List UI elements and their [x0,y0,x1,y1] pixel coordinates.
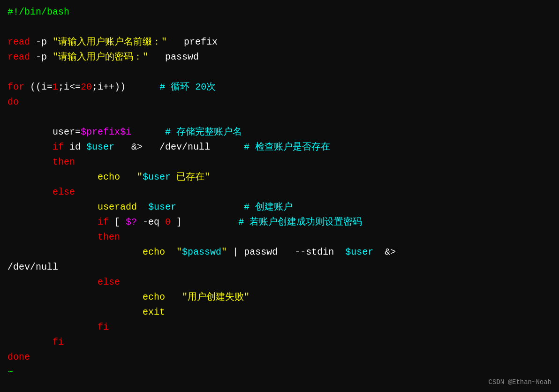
code-block: #!/bin/bash read -p "请输入用户账户名前缀：" prefix… [0,0,559,392]
line-shebang: #!/bin/bash [8,5,551,20]
line-if-id: if id $user &> /dev/null # 检查账户是否存在 [8,140,551,155]
line-then2: then [8,230,551,245]
line-echo-fail: echo "用户创建失败" [8,290,551,305]
watermark: CSDN @Ethan~Noah [489,377,551,387]
line-fi2: fi [8,335,551,350]
line-blank2 [8,65,551,80]
line-echo-exists: echo "$user 已存在" [8,170,551,185]
line-else2: else [8,275,551,290]
line-then1: then [8,155,551,170]
line-for: for ((i=1;i<=20;i++)) # 循环 20次 [8,80,551,95]
line-echo-passwd: echo "$passwd" | passwd --stdin $user &> [8,245,551,260]
line-if2: if [ $? -eq 0 ] # 若账户创建成功则设置密码 [8,215,551,230]
line-blank1 [8,20,551,35]
line-else1: else [8,185,551,200]
line-fi1: fi [8,320,551,335]
line-read2: read -p "请输入用户的密码：" passwd [8,50,551,65]
line-user-assign: user=$prefix$i # 存储完整账户名 [8,125,551,140]
line-useradd: useradd $user # 创建账户 [8,200,551,215]
line-dev-null: /dev/null [8,260,551,275]
line-read1: read -p "请输入用户账户名前缀：" prefix [8,35,551,50]
line-tilde: ~ [8,365,551,380]
line-do: do [8,95,551,110]
line-blank3 [8,110,551,125]
line-exit: exit [8,305,551,320]
line-done: done [8,350,551,365]
